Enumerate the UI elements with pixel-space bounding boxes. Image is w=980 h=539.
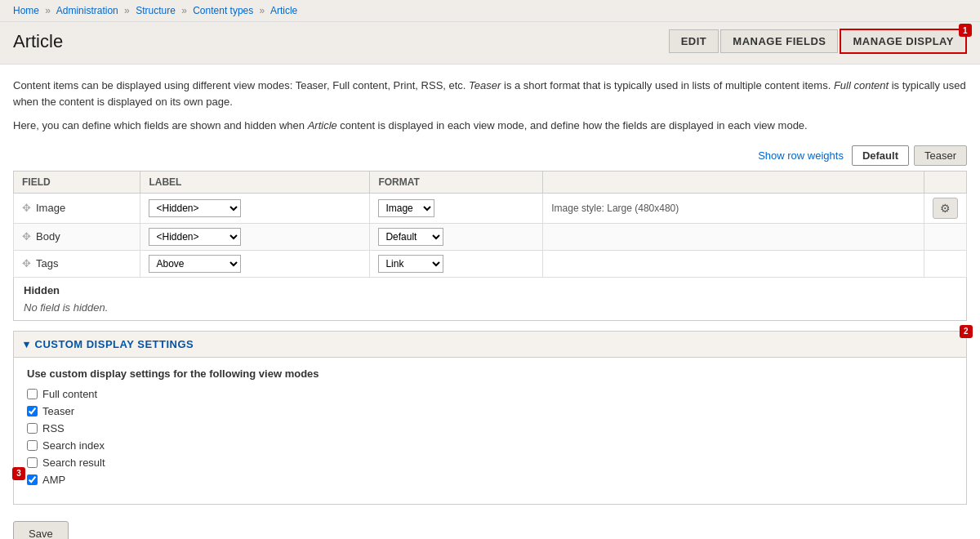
save-row: Save xyxy=(13,521,967,540)
field-name: Image xyxy=(36,202,65,214)
view-mode-tabs-row: Show row weights Default Teaser xyxy=(13,145,967,166)
checkbox-label-search-index: Search index xyxy=(42,439,105,452)
tab-teaser[interactable]: Teaser xyxy=(914,145,967,166)
show-row-weights-link[interactable]: Show row weights xyxy=(758,149,844,162)
breadcrumb-structure[interactable]: Structure xyxy=(136,5,176,16)
fields-table: FIELD LABEL FORMAT ✥Image<Hidden>AboveIn… xyxy=(13,171,967,278)
label-select-tags[interactable]: <Hidden>AboveInlineHiddenVisually Hidden xyxy=(149,255,241,273)
full-content-italic: Full content xyxy=(834,79,889,91)
checkbox-row: RSS xyxy=(27,422,953,434)
hidden-label: Hidden xyxy=(24,284,956,296)
tab-default[interactable]: Default xyxy=(852,145,909,166)
breadcrumb: Home » Administration » Structure » Cont… xyxy=(0,0,980,22)
checkbox-label-amp: AMP xyxy=(42,474,65,486)
checkbox-full-content[interactable] xyxy=(27,389,38,399)
col-actions xyxy=(924,171,967,193)
edit-button[interactable]: EDIT xyxy=(669,29,719,53)
format-cell: DefaultPlain textTrimmed xyxy=(370,223,543,250)
extra-cell xyxy=(543,250,924,277)
format-cell: LinkPlain text xyxy=(370,250,543,277)
annotation-3-badge: 3 xyxy=(12,467,25,480)
col-extra xyxy=(543,171,924,193)
checkbox-teaser[interactable] xyxy=(27,406,38,416)
drag-handle-icon[interactable]: ✥ xyxy=(22,257,31,270)
format-cell: ImageDefault xyxy=(370,193,543,223)
main-content: Content items can be displayed using dif… xyxy=(0,65,980,539)
no-field-hidden: No field is hidden. xyxy=(24,301,956,314)
label-cell: <Hidden>AboveInlineHiddenVisually Hidden xyxy=(140,223,370,250)
breadcrumb-sep-2: » xyxy=(124,5,130,16)
breadcrumb-sep-1: » xyxy=(45,5,51,16)
checkbox-search-result[interactable] xyxy=(27,457,38,468)
format-select-body[interactable]: DefaultPlain textTrimmed xyxy=(378,228,443,246)
header-buttons: EDIT MANAGE FIELDS MANAGE DISPLAY xyxy=(669,29,967,54)
article-italic: Article xyxy=(308,119,337,131)
description-paragraph-2: Here, you can define which fields are sh… xyxy=(13,118,967,134)
gear-button[interactable]: ⚙ xyxy=(933,198,958,219)
annotation-2-badge: 2 xyxy=(960,325,973,338)
page-header: Article EDIT MANAGE FIELDS MANAGE DISPLA… xyxy=(0,22,980,65)
checkbox-label-teaser: Teaser xyxy=(42,405,74,417)
checkbox-row: Search result xyxy=(27,457,953,469)
table-row: ✥Image xyxy=(14,193,140,223)
field-name: Tags xyxy=(36,257,58,270)
checkbox-rss[interactable] xyxy=(27,423,38,434)
extra-cell: Image style: Large (480x480) xyxy=(543,193,924,223)
gear-cell xyxy=(924,250,967,277)
col-format: FORMAT xyxy=(370,171,543,193)
format-select-tags[interactable]: LinkPlain text xyxy=(378,255,443,273)
breadcrumb-sep-4: » xyxy=(260,5,265,16)
checkbox-amp[interactable] xyxy=(27,474,38,485)
breadcrumb-home[interactable]: Home xyxy=(13,5,39,16)
manage-display-button[interactable]: MANAGE DISPLAY xyxy=(840,29,967,54)
chevron-icon: ▾ xyxy=(24,338,30,350)
custom-display-body: Use custom display settings for the foll… xyxy=(14,358,966,504)
checkbox-row: Search index xyxy=(27,439,953,452)
checkbox-row: Full content xyxy=(27,388,953,400)
col-field: FIELD xyxy=(14,171,140,193)
checkbox-row: 3AMP xyxy=(27,474,953,486)
gear-cell xyxy=(924,223,967,250)
custom-display-section: ▾ CUSTOM DISPLAY SETTINGS 2 Use custom d… xyxy=(13,331,967,505)
extra-cell xyxy=(543,223,924,250)
checkboxes-container: Full contentTeaserRSSSearch indexSearch … xyxy=(27,388,953,486)
label-cell: <Hidden>AboveInlineHiddenVisually Hidden xyxy=(140,193,370,223)
breadcrumb-admin[interactable]: Administration xyxy=(56,5,118,16)
description-paragraph-1: Content items can be displayed using dif… xyxy=(13,78,967,109)
checkbox-label-rss: RSS xyxy=(42,422,65,434)
table-row: ✥Body xyxy=(14,223,140,250)
custom-display-header[interactable]: ▾ CUSTOM DISPLAY SETTINGS 2 xyxy=(14,332,966,358)
gear-cell: ⚙ xyxy=(924,193,967,223)
table-row: ✥Tags xyxy=(14,250,140,277)
label-cell: <Hidden>AboveInlineHiddenVisually Hidden xyxy=(140,250,370,277)
image-style-text: Image style: Large (480x480) xyxy=(551,203,679,214)
page-title: Article xyxy=(13,31,63,52)
col-label: LABEL xyxy=(140,171,370,193)
checkbox-row: Teaser xyxy=(27,405,953,417)
teaser-italic: Teaser xyxy=(469,79,501,91)
breadcrumb-sep-3: » xyxy=(181,5,187,16)
custom-display-subtitle: Use custom display settings for the foll… xyxy=(27,368,953,380)
checkbox-label-full-content: Full content xyxy=(42,388,97,400)
checkbox-label-search-result: Search result xyxy=(42,457,105,469)
label-select-image[interactable]: <Hidden>AboveInlineHiddenVisually Hidden xyxy=(149,199,241,217)
hidden-section: Hidden No field is hidden. xyxy=(13,278,967,321)
drag-handle-icon[interactable]: ✥ xyxy=(22,230,31,243)
label-select-body[interactable]: <Hidden>AboveInlineHiddenVisually Hidden xyxy=(149,228,241,246)
manage-fields-button[interactable]: MANAGE FIELDS xyxy=(720,29,838,53)
checkbox-search-index[interactable] xyxy=(27,440,38,451)
field-name: Body xyxy=(36,230,60,243)
breadcrumb-article[interactable]: Article xyxy=(270,5,297,16)
custom-display-label: CUSTOM DISPLAY SETTINGS xyxy=(35,338,194,350)
drag-handle-icon[interactable]: ✥ xyxy=(22,202,31,214)
breadcrumb-content-types[interactable]: Content types xyxy=(193,5,253,16)
save-button[interactable]: Save xyxy=(13,521,69,540)
format-select-image[interactable]: ImageDefault xyxy=(378,199,434,217)
